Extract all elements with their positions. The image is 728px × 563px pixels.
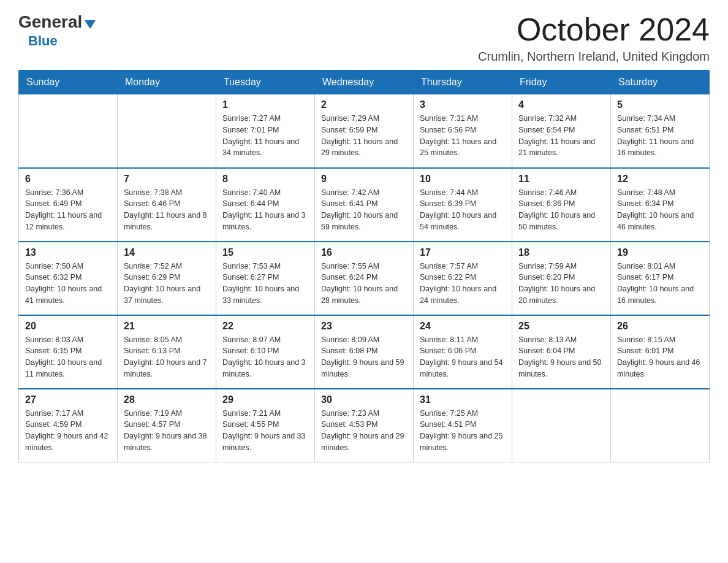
sunset-text: Sunset: 6:22 PM — [420, 272, 506, 283]
sunset-text: Sunset: 4:51 PM — [420, 419, 506, 431]
calendar-cell: 2Sunrise: 7:29 AMSunset: 6:59 PMDaylight… — [315, 94, 414, 168]
sunset-text: Sunset: 4:59 PM — [25, 419, 111, 431]
day-info: Sunrise: 7:57 AMSunset: 6:22 PMDaylight:… — [420, 261, 506, 307]
daylight-text: Daylight: 11 hours and 29 minutes. — [321, 136, 407, 159]
sunset-text: Sunset: 6:59 PM — [321, 124, 407, 136]
day-number: 10 — [420, 174, 506, 185]
day-number: 11 — [518, 174, 604, 185]
daylight-text: Daylight: 11 hours and 21 minutes. — [518, 136, 604, 159]
calendar-cell: 8Sunrise: 7:40 AMSunset: 6:44 PMDaylight… — [216, 168, 315, 242]
calendar-cell: 13Sunrise: 7:50 AMSunset: 6:32 PMDayligh… — [19, 242, 118, 315]
day-info: Sunrise: 7:25 AMSunset: 4:51 PMDaylight:… — [420, 408, 506, 454]
day-number: 4 — [518, 99, 604, 110]
calendar-cell: 24Sunrise: 8:11 AMSunset: 6:06 PMDayligh… — [414, 315, 512, 389]
daylight-text: Daylight: 9 hours and 33 minutes. — [222, 431, 308, 454]
day-info: Sunrise: 7:55 AMSunset: 6:24 PMDaylight:… — [321, 261, 407, 307]
day-info: Sunrise: 8:05 AMSunset: 6:13 PMDaylight:… — [124, 334, 210, 380]
daylight-text: Daylight: 9 hours and 29 minutes. — [321, 431, 407, 454]
day-info: Sunrise: 7:17 AMSunset: 4:59 PMDaylight:… — [25, 408, 111, 454]
daylight-text: Daylight: 9 hours and 25 minutes. — [420, 431, 506, 454]
day-number: 2 — [321, 99, 407, 110]
day-info: Sunrise: 7:46 AMSunset: 6:36 PMDaylight:… — [518, 187, 604, 233]
sunrise-text: Sunrise: 7:52 AM — [124, 261, 210, 272]
day-info: Sunrise: 7:31 AMSunset: 6:56 PMDaylight:… — [420, 113, 506, 159]
week-row-4: 20Sunrise: 8:03 AMSunset: 6:15 PMDayligh… — [19, 315, 710, 389]
sunrise-text: Sunrise: 7:25 AM — [420, 408, 506, 419]
day-info: Sunrise: 8:09 AMSunset: 6:08 PMDaylight:… — [321, 334, 407, 380]
calendar-cell: 20Sunrise: 8:03 AMSunset: 6:15 PMDayligh… — [19, 315, 118, 389]
sunrise-text: Sunrise: 8:07 AM — [222, 334, 308, 346]
day-number: 13 — [25, 247, 111, 258]
day-info: Sunrise: 8:01 AMSunset: 6:17 PMDaylight:… — [617, 261, 703, 307]
day-number: 31 — [420, 394, 506, 405]
sunset-text: Sunset: 6:44 PM — [222, 198, 308, 210]
calendar-cell: 27Sunrise: 7:17 AMSunset: 4:59 PMDayligh… — [19, 389, 118, 462]
day-info: Sunrise: 7:36 AMSunset: 6:49 PMDaylight:… — [25, 187, 111, 233]
sunrise-text: Sunrise: 7:17 AM — [25, 408, 111, 419]
day-number: 14 — [124, 247, 210, 258]
daylight-text: Daylight: 10 hours and 59 minutes. — [321, 210, 407, 233]
sunset-text: Sunset: 6:08 PM — [321, 345, 407, 357]
sunset-text: Sunset: 7:01 PM — [222, 124, 308, 136]
day-number: 8 — [222, 174, 308, 185]
sunset-text: Sunset: 6:56 PM — [420, 124, 506, 136]
sunrise-text: Sunrise: 7:19 AM — [124, 408, 210, 419]
calendar-cell: 3Sunrise: 7:31 AMSunset: 6:56 PMDaylight… — [414, 94, 512, 168]
daylight-text: Daylight: 10 hours and 16 minutes. — [617, 283, 703, 307]
daylight-text: Daylight: 11 hours and 8 minutes. — [124, 210, 210, 233]
daylight-text: Daylight: 10 hours and 24 minutes. — [420, 283, 506, 307]
calendar-cell: 29Sunrise: 7:21 AMSunset: 4:55 PMDayligh… — [216, 389, 315, 462]
sunset-text: Sunset: 6:49 PM — [25, 198, 111, 210]
sunset-text: Sunset: 6:04 PM — [518, 345, 604, 357]
day-info: Sunrise: 7:27 AMSunset: 7:01 PMDaylight:… — [222, 113, 308, 159]
day-number: 22 — [222, 321, 308, 332]
daylight-text: Daylight: 9 hours and 54 minutes. — [420, 357, 506, 380]
daylight-text: Daylight: 10 hours and 41 minutes. — [25, 283, 111, 307]
day-info: Sunrise: 7:42 AMSunset: 6:41 PMDaylight:… — [321, 187, 407, 233]
day-number: 25 — [518, 321, 604, 332]
week-row-5: 27Sunrise: 7:17 AMSunset: 4:59 PMDayligh… — [19, 389, 710, 462]
day-number: 21 — [124, 321, 210, 332]
sunrise-text: Sunrise: 7:40 AM — [222, 187, 308, 199]
day-number: 7 — [124, 174, 210, 185]
sunrise-text: Sunrise: 7:50 AM — [25, 261, 111, 272]
day-number: 26 — [617, 321, 703, 332]
day-number: 29 — [222, 394, 308, 405]
sunrise-text: Sunrise: 8:11 AM — [420, 334, 506, 346]
day-info: Sunrise: 7:50 AMSunset: 6:32 PMDaylight:… — [25, 261, 111, 307]
daylight-text: Daylight: 10 hours and 3 minutes. — [222, 357, 308, 380]
sunrise-text: Sunrise: 7:29 AM — [321, 113, 407, 124]
calendar-cell: 21Sunrise: 8:05 AMSunset: 6:13 PMDayligh… — [118, 315, 216, 389]
month-year-title: October 2024 — [478, 12, 710, 47]
day-info: Sunrise: 7:48 AMSunset: 6:34 PMDaylight:… — [617, 187, 703, 233]
calendar-cell: 19Sunrise: 8:01 AMSunset: 6:17 PMDayligh… — [611, 242, 710, 315]
day-number: 3 — [420, 99, 506, 110]
daylight-text: Daylight: 10 hours and 28 minutes. — [321, 283, 407, 307]
sunset-text: Sunset: 6:17 PM — [617, 272, 703, 283]
day-number: 12 — [617, 174, 703, 185]
weekday-header-wednesday: Wednesday — [315, 71, 414, 94]
week-row-2: 6Sunrise: 7:36 AMSunset: 6:49 PMDaylight… — [19, 168, 710, 242]
day-info: Sunrise: 7:34 AMSunset: 6:51 PMDaylight:… — [617, 113, 703, 159]
calendar-cell: 16Sunrise: 7:55 AMSunset: 6:24 PMDayligh… — [315, 242, 414, 315]
sunset-text: Sunset: 6:01 PM — [617, 345, 703, 357]
day-info: Sunrise: 8:03 AMSunset: 6:15 PMDaylight:… — [25, 334, 111, 380]
calendar-cell: 25Sunrise: 8:13 AMSunset: 6:04 PMDayligh… — [512, 315, 611, 389]
sunrise-text: Sunrise: 7:42 AM — [321, 187, 407, 199]
sunrise-text: Sunrise: 7:59 AM — [518, 261, 604, 272]
day-number: 28 — [124, 394, 210, 405]
sunset-text: Sunset: 6:20 PM — [518, 272, 604, 283]
day-number: 15 — [222, 247, 308, 258]
day-info: Sunrise: 7:29 AMSunset: 6:59 PMDaylight:… — [321, 113, 407, 159]
calendar-cell: 5Sunrise: 7:34 AMSunset: 6:51 PMDaylight… — [611, 94, 710, 168]
day-number: 9 — [321, 174, 407, 185]
day-info: Sunrise: 8:15 AMSunset: 6:01 PMDaylight:… — [617, 334, 703, 380]
sunrise-text: Sunrise: 7:48 AM — [617, 187, 703, 199]
calendar-cell: 30Sunrise: 7:23 AMSunset: 4:53 PMDayligh… — [315, 389, 414, 462]
sunrise-text: Sunrise: 7:44 AM — [420, 187, 506, 199]
day-info: Sunrise: 7:38 AMSunset: 6:46 PMDaylight:… — [124, 187, 210, 233]
daylight-text: Daylight: 10 hours and 7 minutes. — [124, 357, 210, 380]
weekday-header-saturday: Saturday — [611, 71, 710, 94]
calendar-cell: 28Sunrise: 7:19 AMSunset: 4:57 PMDayligh… — [118, 389, 216, 462]
day-info: Sunrise: 8:11 AMSunset: 6:06 PMDaylight:… — [420, 334, 506, 380]
